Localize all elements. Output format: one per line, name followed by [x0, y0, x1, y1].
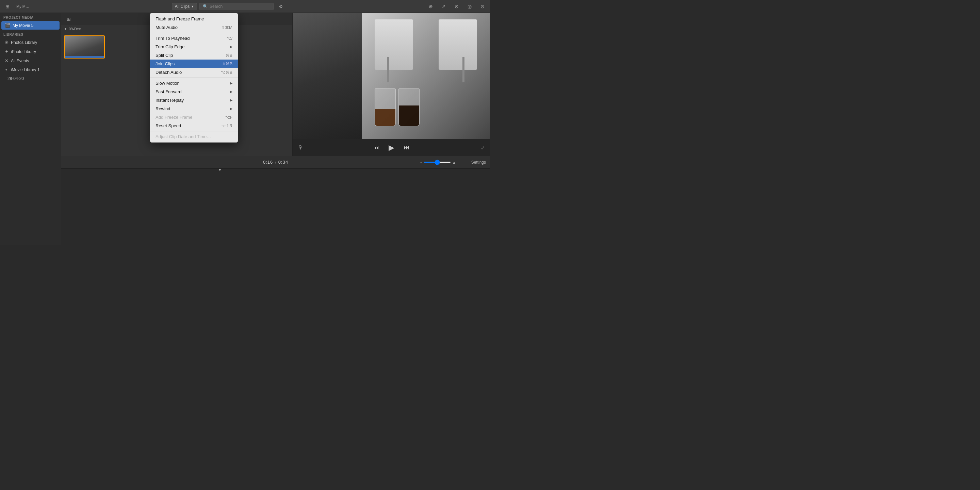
submenu-arrow-icon: ▶: [230, 107, 232, 111]
menu-shortcut: ⌥F: [225, 115, 232, 120]
menu-shortcut: ⌥⇧R: [221, 124, 232, 128]
menu-item-fast-forward[interactable]: Fast Forward ▶: [150, 88, 238, 96]
action-btn-3[interactable]: ⊗: [452, 2, 461, 11]
action-btn-2[interactable]: ↗: [439, 2, 449, 11]
menu-shortcut: ⌥/: [227, 36, 232, 41]
date-label: 28-04-20: [8, 76, 24, 81]
iphoto-library-label: iPhoto Library: [11, 49, 36, 54]
menu-item-rewind[interactable]: Rewind ▶: [150, 105, 238, 113]
menu-separator-1: [150, 33, 238, 33]
all-events-label: All Events: [11, 59, 29, 63]
fullscreen-button[interactable]: ⤢: [481, 145, 485, 150]
photos-library-label: Photos Library: [11, 40, 37, 45]
gear-icon: ⚙: [279, 4, 283, 9]
skip-back-button[interactable]: ⏮: [372, 143, 380, 152]
menu-item-label: Reset Speed: [156, 123, 181, 128]
viewer-video: [293, 13, 490, 139]
fullscreen-icon: ⤢: [481, 145, 485, 150]
center-bottom: 0:16 / 0:34 − ▲ Settings: [61, 156, 490, 245]
sidebar-item-photos[interactable]: ✳ Photos Library: [2, 38, 60, 47]
submenu-arrow-icon: ▶: [230, 81, 232, 86]
menu-shortcut: ⌘B: [226, 53, 232, 58]
search-icon: 🔍: [203, 4, 208, 9]
menu-item-instant-replay[interactable]: Instant Replay ▶: [150, 96, 238, 105]
sidebar-item-all-events[interactable]: ✕ All Events: [2, 56, 60, 65]
clip-thumb-1[interactable]: [64, 35, 105, 59]
timeline-tracks: [61, 169, 490, 245]
menu-item-label: Detach Audio: [156, 70, 182, 75]
menu-item-label: Split Clip: [156, 53, 173, 58]
current-timecode: 0:16: [263, 159, 273, 165]
browser-area: ⊞ ▼ 09-Dec Flash and Freeze Frame: [61, 13, 293, 156]
coffee-liquid-1: [375, 109, 395, 126]
iphoto-icon: ✦: [5, 49, 8, 54]
expand-arrow-icon: ▼: [64, 27, 67, 30]
video-frame: [293, 13, 490, 139]
play-button[interactable]: ▶: [387, 142, 396, 153]
video-bg-left: [293, 13, 362, 139]
center-top: ⊞ ▼ 09-Dec Flash and Freeze Frame: [61, 13, 490, 156]
dropdown-arrow-icon: ▼: [191, 5, 194, 8]
sidebar-item-iphoto[interactable]: ✦ iPhoto Library: [2, 47, 60, 56]
menu-item-label: Fast Forward: [156, 89, 182, 94]
submenu-arrow-icon: ▶: [230, 98, 232, 102]
settings-icon-btn[interactable]: ⚙: [276, 2, 285, 11]
timeline-settings-button[interactable]: Settings: [471, 160, 486, 165]
menu-item-slow-motion[interactable]: Slow Motion ▶: [150, 79, 238, 88]
menu-item-mute-audio[interactable]: Mute Audio ⇧⌘M: [150, 23, 238, 32]
mic-icon: 🎙: [298, 145, 303, 150]
menu-item-reset-speed[interactable]: Reset Speed ⌥⇧R: [150, 121, 238, 130]
sidebar-item-imovie-library[interactable]: ▼ iMovie Library 1: [2, 66, 60, 74]
zoom-thumb-icon: ▲: [452, 160, 456, 164]
events-icon: ✕: [5, 58, 8, 63]
menu-item-detach-audio[interactable]: Detach Audio ⌥⌘B: [150, 68, 238, 76]
clip-audio-bar-1: [65, 56, 104, 58]
search-box: 🔍: [199, 3, 274, 10]
menu-item-trim-clip-edge[interactable]: Trim Clip Edge ▶: [150, 43, 238, 51]
top-bar-left: ⊞ My M…: [3, 2, 31, 11]
zoom-slider[interactable]: [424, 162, 451, 163]
spout-left: [387, 57, 389, 82]
action-btn-5[interactable]: ⊙: [478, 2, 487, 11]
playhead: [220, 169, 220, 245]
menu-item-label: Rewind: [156, 106, 170, 111]
browser-view-toggle[interactable]: ⊞: [64, 14, 73, 24]
menu-item-join-clips[interactable]: Join Clips ⇧⌘B: [150, 60, 238, 68]
action-btn-1[interactable]: ⊕: [426, 2, 436, 11]
sidebar-item-date[interactable]: 28-04-20: [2, 75, 60, 83]
top-bar: ⊞ My M… All Clips ▼ 🔍 ⚙ ⊕ ↗ ⊗ ◎ ⊙: [0, 0, 490, 13]
menu-item-label: Trim Clip Edge: [156, 44, 185, 49]
action-btn-4[interactable]: ◎: [465, 2, 474, 11]
video-machine: [362, 13, 490, 139]
app-body: PROJECT MEDIA 🎬 My Movie 5 LIBRARIES ✳ P…: [0, 13, 490, 245]
coffee-liquid-2: [399, 105, 419, 126]
mic-button[interactable]: 🎙: [298, 145, 303, 151]
total-timecode: 0:34: [278, 159, 288, 165]
skip-forward-icon: ⏭: [404, 145, 409, 150]
sidebar-item-my-movie[interactable]: 🎬 My Movie 5: [2, 21, 60, 30]
menu-item-trim-playhead[interactable]: Trim To Playhead ⌥/: [150, 34, 238, 43]
photos-icon: ✳: [5, 40, 8, 45]
submenu-arrow-icon: ▶: [230, 45, 232, 49]
menu-item-label: Slow Motion: [156, 81, 180, 86]
context-menu: Flash and Freeze Frame Mute Audio ⇧⌘M Tr…: [150, 13, 238, 143]
menu-item-split-clip[interactable]: Split Clip ⌘B: [150, 51, 238, 60]
search-input[interactable]: [210, 4, 270, 9]
all-clips-dropdown[interactable]: All Clips ▼: [172, 3, 197, 10]
top-bar-right: ⊕ ↗ ⊗ ◎ ⊙: [426, 2, 487, 11]
menu-item-flash-freeze[interactable]: Flash and Freeze Frame: [150, 14, 238, 23]
menu-shortcut: ⇧⌘M: [221, 25, 232, 30]
menu-item-label: Join Clips: [156, 61, 175, 66]
expand-arrow-icon: ▼: [5, 68, 8, 72]
cups-area: [375, 89, 420, 126]
my-movie-btn[interactable]: My M…: [14, 2, 31, 11]
imovie-library-label: iMovie Library 1: [11, 67, 40, 72]
menu-item-label: Flash and Freeze Frame: [156, 16, 204, 21]
settings-label: Settings: [471, 160, 486, 165]
timeline-header: 0:16 / 0:34 − ▲ Settings: [61, 156, 490, 169]
libraries-label: LIBRARIES: [0, 30, 61, 38]
skip-forward-button[interactable]: ⏭: [402, 143, 411, 152]
menu-item-label: Adjust Clip Date and Time…: [156, 134, 211, 139]
sidebar-toggle-btn[interactable]: ⊞: [3, 2, 12, 11]
menu-item-label: Add Freeze Frame: [156, 115, 192, 120]
